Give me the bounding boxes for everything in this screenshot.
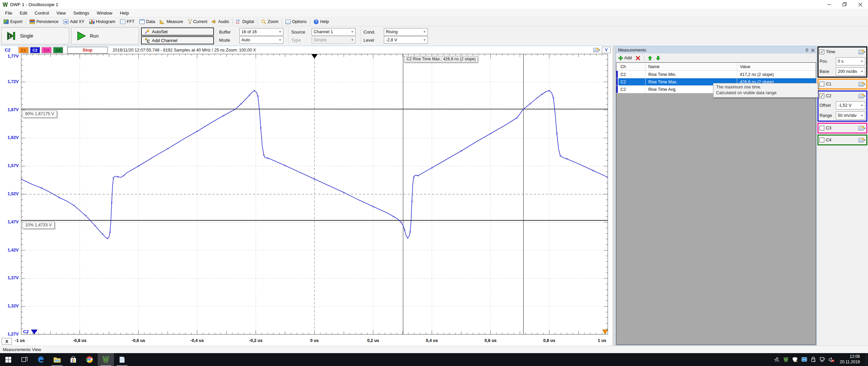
sample-marker — [400, 221, 402, 223]
channel-3-options-icon[interactable]: ▾ — [859, 126, 865, 130]
data-button[interactable]: Data — [137, 19, 157, 25]
histogram-button[interactable]: Histogram — [87, 19, 118, 25]
single-button[interactable]: 1 Single — [1, 27, 69, 44]
float-panel-icon[interactable] — [805, 48, 809, 52]
time-group: Time ▾ Pos. 0 s Base 200 ns/div — [817, 46, 867, 78]
y-axis-button[interactable]: Y — [602, 47, 611, 53]
panel-splitter[interactable] — [613, 46, 615, 346]
menu-window[interactable]: Window — [93, 9, 116, 17]
sample-marker — [393, 216, 395, 218]
channel-1-group: C1 ▾ — [817, 79, 867, 89]
move-down-button[interactable] — [655, 56, 661, 61]
column-value[interactable]: Value — [737, 63, 816, 70]
current-button[interactable]: Current — [185, 19, 210, 25]
x-axis-button[interactable]: X — [2, 338, 12, 345]
channel-1-checkbox[interactable] — [820, 82, 824, 86]
options-button[interactable]: Options — [283, 19, 309, 25]
add-xy-button[interactable]: xy Add XY — [61, 19, 86, 25]
menu-help[interactable]: Help — [116, 9, 133, 17]
sample-marker — [431, 167, 433, 169]
measure-button[interactable]: Measure — [157, 19, 185, 25]
volume-muted-icon[interactable] — [829, 357, 835, 363]
level-select[interactable]: -2,8 V — [384, 36, 428, 44]
column-ch[interactable]: Ch — [618, 63, 646, 70]
type-select: Simple — [312, 36, 356, 44]
taskbar-waveforms-button[interactable] — [98, 353, 114, 366]
taskbar-store-button[interactable] — [65, 353, 81, 366]
menu-view[interactable]: View — [53, 9, 70, 17]
time-base-select[interactable]: 200 ns/div — [836, 67, 865, 76]
channel-4-checkbox[interactable] — [820, 138, 824, 142]
defender-shield-icon[interactable]: ! — [792, 357, 798, 363]
channel-4-options-icon[interactable]: ▾ — [859, 138, 865, 142]
mode-select[interactable]: Auto — [239, 36, 283, 44]
restore-button[interactable] — [837, 0, 852, 9]
channel-button-c1[interactable]: C1 — [18, 47, 28, 53]
waveform-canvas[interactable]: C2 — [21, 54, 608, 334]
stop-button[interactable]: Stop — [67, 47, 108, 54]
time-options-icon[interactable]: ▾ — [859, 50, 865, 54]
plot-options-icon[interactable]: ▾ — [593, 48, 600, 52]
x-cursor-marker — [603, 330, 608, 334]
remote-monitor-icon[interactable] — [801, 357, 807, 363]
digital-button[interactable]: 1 00 1 Digital — [234, 19, 256, 25]
autoset-button[interactable]: AutoSet — [141, 27, 214, 36]
channel-3-checkbox[interactable] — [820, 126, 824, 130]
menu-edit[interactable]: Edit — [16, 9, 31, 17]
time-position-select[interactable]: 0 s — [836, 57, 865, 65]
active-channel-label: C2 — [0, 47, 18, 53]
sample-marker — [102, 233, 103, 235]
sample-marker — [516, 117, 518, 119]
sample-marker — [85, 215, 86, 217]
export-button[interactable]: Export — [1, 19, 25, 25]
task-view-button[interactable] — [16, 353, 33, 366]
cond-select[interactable]: Rising — [384, 28, 428, 36]
taskbar-notepad-button[interactable] — [114, 353, 130, 366]
remove-measurement-button[interactable] — [635, 56, 641, 61]
menu-file[interactable]: File — [1, 9, 16, 17]
taskbar-clock[interactable]: 12:08 20.11.2019 — [838, 354, 863, 365]
column-name[interactable]: Name — [646, 63, 737, 70]
fft-button[interactable]: FFT — [118, 19, 137, 25]
channel-4-label: C4 — [826, 138, 831, 142]
close-button[interactable] — [852, 0, 868, 9]
minimize-button[interactable] — [821, 0, 837, 9]
buffer-select[interactable]: 16 of 16 — [239, 28, 283, 36]
channel-button-c2[interactable]: C2 — [30, 47, 40, 53]
persistence-button[interactable]: Persistence — [27, 19, 61, 25]
channel-1-options-icon[interactable]: ▾ — [859, 82, 865, 86]
channel-2-options-icon[interactable]: ▾ — [859, 94, 865, 98]
channel-button-c4[interactable]: C4 — [53, 47, 63, 53]
start-button[interactable] — [0, 353, 16, 366]
network-icon[interactable] — [820, 357, 826, 363]
channel-sidebar: Time ▾ Pos. 0 s Base 200 ns/div C1 ▾ — [817, 46, 868, 346]
mode-label: Mode — [219, 38, 237, 43]
taskbar-explorer-button[interactable] — [49, 353, 65, 366]
channel-2-checkbox[interactable] — [820, 94, 824, 98]
help-button[interactable]: ? Help — [311, 19, 331, 25]
move-up-button[interactable] — [647, 56, 653, 61]
add-channel-button[interactable]: ✚C Add Channel — [141, 36, 214, 44]
channel-2-range-select[interactable]: 50 mV/div — [836, 111, 865, 120]
menu-control[interactable]: Control — [31, 9, 53, 17]
taskbar-edge-button[interactable] — [33, 353, 49, 366]
run-icon — [76, 31, 86, 41]
channel-2-offset-select[interactable]: -1,52 V — [836, 101, 865, 109]
zoom-button[interactable]: Zoom — [259, 19, 281, 25]
time-checkbox[interactable] — [820, 49, 824, 54]
close-panel-icon[interactable] — [811, 48, 815, 52]
source-select[interactable]: Channel 1 — [312, 28, 356, 36]
measurement-row[interactable]: C2 Rise Time Min. 417,2 ns (2 slope) — [616, 71, 816, 78]
run-button[interactable]: Run — [71, 27, 139, 44]
channel-button-c3[interactable]: C3 — [41, 47, 52, 53]
sample-marker — [94, 225, 96, 226]
people-icon[interactable] — [774, 357, 780, 363]
clock-date: 20.11.2019 — [840, 360, 860, 365]
taskbar-chrome-button[interactable] — [81, 353, 98, 366]
usb-icon[interactable] — [810, 357, 816, 363]
tray-waveforms-icon[interactable] — [783, 357, 789, 363]
add-measurement-button[interactable]: Add — [617, 55, 633, 61]
audio-button[interactable]: Audio — [210, 19, 231, 25]
menu-settings[interactable]: Settings — [70, 9, 93, 17]
show-desktop-button[interactable] — [866, 353, 868, 366]
